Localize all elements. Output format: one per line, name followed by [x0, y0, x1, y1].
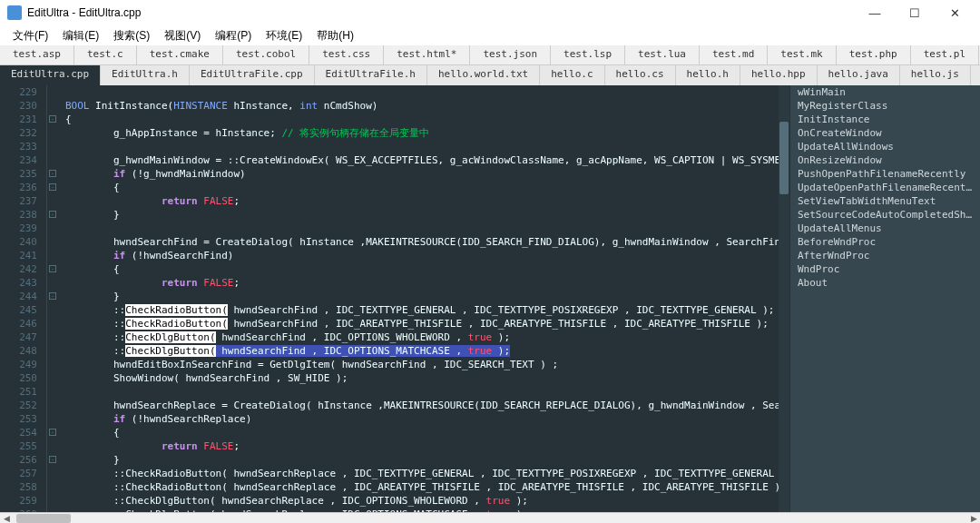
menu-programming[interactable]: 编程(P) — [208, 26, 259, 45]
symbol-item[interactable]: PushOpenPathFilenameRecently — [790, 167, 980, 181]
file-tab[interactable]: hello.h — [676, 65, 740, 85]
code-line[interactable] — [60, 385, 789, 399]
symbol-item[interactable]: AfterWndProc — [790, 249, 980, 262]
editor[interactable]: 2292302312322332342352362372382392402412… — [0, 85, 789, 512]
symbol-item[interactable]: OnResizeWindow — [790, 153, 980, 167]
code-line[interactable]: hwndSearchFind = CreateDialog( hInstance… — [60, 235, 789, 249]
code-line[interactable]: return FALSE; — [60, 194, 789, 208]
code-line[interactable]: } — [60, 290, 789, 303]
code-line[interactable]: ShowWindow( hwndSearchFind , SW_HIDE ); — [60, 371, 789, 385]
code-line[interactable]: hwndEditBoxInSearchFind = GetDlgItem( hw… — [60, 358, 789, 371]
symbol-item[interactable]: BeforeWndProc — [790, 235, 980, 249]
top-tab[interactable]: test.html* — [384, 45, 470, 64]
symbol-item[interactable]: OnCreateWindow — [790, 126, 980, 140]
symbol-item[interactable]: WndProc — [790, 262, 980, 276]
file-tab[interactable]: hello.hpp — [740, 65, 818, 85]
code-line[interactable]: if (!hwndSearchReplace) — [60, 412, 789, 426]
file-tab[interactable]: EditUltra.cpp — [0, 65, 101, 85]
symbol-item[interactable]: SetViewTabWidthMenuText — [790, 194, 980, 208]
window-controls: — ☐ ✕ — [857, 2, 973, 24]
minimize-button[interactable]: — — [857, 2, 893, 24]
code-line[interactable]: return FALSE; — [60, 276, 789, 290]
horizontal-scrollbar[interactable]: ◀ ▶ — [0, 512, 980, 523]
fold-marker[interactable]: - — [49, 429, 56, 436]
vertical-scrollbar[interactable] — [779, 85, 789, 512]
code-line[interactable]: ::CheckRadioButton( hwndSearchReplace , … — [60, 480, 789, 494]
file-tab[interactable]: EditUltraFile.h — [315, 65, 427, 85]
code-line[interactable]: } — [60, 208, 789, 222]
code-line[interactable]: } — [60, 453, 789, 467]
file-tab[interactable]: hello.js — [900, 65, 971, 85]
fold-marker[interactable]: - — [49, 456, 56, 463]
symbol-item[interactable]: About — [790, 276, 980, 290]
code-line[interactable]: if (!hwndSearchFind) — [60, 249, 789, 262]
maximize-button[interactable]: ☐ — [897, 2, 933, 24]
file-tab[interactable]: EditUltraFile.cpp — [190, 65, 315, 85]
fold-marker[interactable]: - — [49, 183, 56, 191]
fold-marker[interactable]: - — [49, 115, 56, 123]
top-tab[interactable]: test.php — [837, 45, 911, 64]
code-line[interactable]: if (!g_hwndMainWindow) — [60, 167, 789, 181]
code-line[interactable] — [60, 222, 789, 235]
file-tab[interactable]: EditUltra.h — [101, 65, 190, 85]
code-line[interactable]: { — [60, 181, 789, 194]
file-tab[interactable]: hello.txt — [971, 65, 980, 85]
close-button[interactable]: ✕ — [936, 2, 973, 24]
code-line[interactable] — [60, 85, 789, 99]
top-tab[interactable]: test.c — [74, 45, 137, 64]
symbol-item[interactable]: MyRegisterClass — [790, 99, 980, 113]
top-tab[interactable]: test.css — [309, 45, 384, 64]
menu-search[interactable]: 搜索(S) — [106, 26, 157, 45]
code-line[interactable]: BOOL InitInstance(HINSTANCE hInstance, i… — [60, 99, 789, 113]
code-line[interactable]: ::CheckDlgButton( hwndSearchReplace , ID… — [60, 508, 789, 512]
vertical-thumb[interactable] — [779, 122, 789, 194]
symbol-item[interactable]: wWinMain — [790, 85, 980, 99]
code-line[interactable]: ::CheckDlgButton( hwndSearchFind , IDC_O… — [60, 344, 789, 358]
horizontal-thumb[interactable] — [16, 514, 71, 523]
code-line[interactable]: ::CheckRadioButton( hwndSearchFind , IDC… — [60, 317, 789, 331]
top-tab[interactable]: test.lsp — [551, 45, 625, 64]
code-line[interactable]: hwndSearchReplace = CreateDialog( hInsta… — [60, 399, 789, 412]
code-line[interactable]: g_hAppInstance = hInstance; // 将实例句柄存储在全… — [60, 126, 789, 140]
top-tab[interactable]: test.lua — [625, 45, 700, 64]
symbol-item[interactable]: UpdateAllMenus — [790, 222, 980, 235]
code-area[interactable]: BOOL InitInstance(HINSTANCE hInstance, i… — [60, 85, 789, 512]
symbol-item[interactable]: SetSourceCodeAutoCompletedShowAft — [790, 208, 980, 222]
code-line[interactable]: ::CheckRadioButton( hwndSearchFind , IDC… — [60, 303, 789, 317]
symbol-item[interactable]: UpdateAllWindows — [790, 140, 980, 153]
top-tab[interactable]: test.mk — [768, 45, 836, 64]
file-tab[interactable]: hello.c — [540, 65, 604, 85]
menu-view[interactable]: 视图(V) — [157, 26, 208, 45]
menu-edit[interactable]: 编辑(E) — [55, 26, 106, 45]
fold-marker[interactable]: - — [49, 211, 56, 218]
fold-marker[interactable]: - — [49, 170, 56, 177]
top-tab[interactable]: test.json — [470, 45, 551, 64]
code-line[interactable]: { — [60, 426, 789, 439]
menu-env[interactable]: 环境(E) — [259, 26, 309, 45]
file-tab[interactable]: hello.java — [818, 65, 900, 85]
top-tab[interactable]: test.md — [700, 45, 768, 64]
fold-marker[interactable]: - — [49, 265, 56, 272]
code-line[interactable]: ::CheckDlgButton( hwndSearchReplace , ID… — [60, 494, 789, 508]
fold-column[interactable]: --------- — [47, 85, 60, 512]
symbol-item[interactable]: InitInstance — [790, 113, 980, 126]
code-line[interactable]: ::CheckRadioButton( hwndSearchReplace , … — [60, 467, 789, 480]
code-line[interactable]: g_hwndMainWindow = ::CreateWindowEx( WS_… — [60, 153, 789, 167]
top-tab[interactable]: test.cobol — [223, 45, 309, 64]
menu-help[interactable]: 帮助(H) — [309, 26, 361, 45]
top-tab[interactable]: test.cmake — [137, 45, 223, 64]
fold-marker[interactable]: - — [49, 292, 56, 300]
code-line[interactable]: ::CheckDlgButton( hwndSearchFind , IDC_O… — [60, 331, 789, 344]
scroll-right-icon[interactable]: ▶ — [967, 513, 980, 524]
scroll-left-icon[interactable]: ◀ — [0, 513, 13, 524]
top-tab[interactable]: test.asp — [0, 45, 74, 64]
code-line[interactable]: return FALSE; — [60, 439, 789, 453]
code-line[interactable] — [60, 140, 789, 153]
top-tab[interactable]: test.pl — [911, 45, 979, 64]
file-tab[interactable]: hello.world.txt — [427, 65, 540, 85]
code-line[interactable]: { — [60, 113, 789, 126]
file-tab[interactable]: hello.cs — [605, 65, 676, 85]
code-line[interactable]: { — [60, 262, 789, 276]
symbol-item[interactable]: UpdateOpenPathFilenameRecently — [790, 181, 980, 194]
menu-file[interactable]: 文件(F) — [5, 26, 55, 45]
